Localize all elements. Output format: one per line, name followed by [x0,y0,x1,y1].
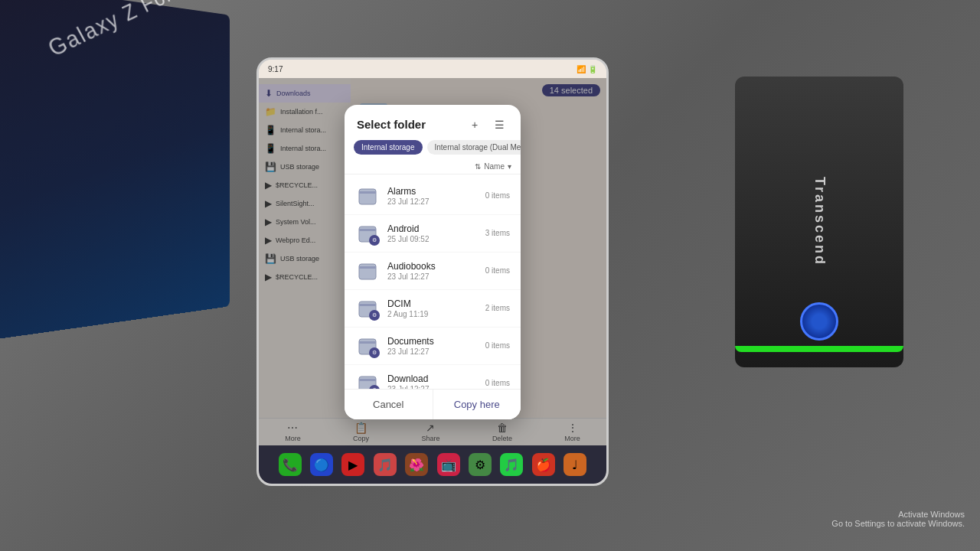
folder-icon-audiobooks [355,259,380,283]
nav-app-music[interactable]: ♩ [564,453,586,476]
modal-title: Select folder [357,118,426,131]
folder-info-audiobooks: Audiobooks 23 Jul 12:27 [387,261,478,281]
svg-rect-0 [359,191,376,194]
sort-label: Name [484,162,505,171]
folder-name-documents: Documents [387,336,478,347]
folder-info-alarms: Alarms 23 Jul 12:27 [387,186,478,206]
hdd-brand-text: Transcend [812,177,828,266]
dcim-badge: ⚙ [369,310,380,321]
select-folder-modal: Select folder + ☰ Internal storage Inter… [345,105,521,419]
list-item[interactable]: ⚙ Documents 23 Jul 12:27 0 items [345,328,521,365]
folder-count-dcim: 2 items [485,304,510,312]
nav-app-settings[interactable]: ⚙ [469,453,492,476]
tablet-nav-bar: 📞 🔵 ▶ 🎵 🌺 📺 ⚙ 🎵 🍎 ♩ [259,445,606,484]
modal-actions: Cancel Copy here [345,389,521,419]
folder-count-android: 3 items [485,229,510,237]
nav-app-youtube[interactable]: ▶ [341,453,364,476]
list-item[interactable]: ⚙ DCIM 2 Aug 11:19 2 items [345,290,521,328]
folder-count-audiobooks: 0 items [485,266,510,275]
list-item[interactable]: Alarms 23 Jul 12:27 0 items [345,178,521,215]
svg-rect-1 [359,229,376,231]
folder-info-android: Android 25 Jul 09:52 [387,223,478,243]
folder-icon-documents: ⚙ [355,334,380,358]
folder-count-documents: 0 items [485,341,510,350]
nav-app-phone[interactable]: 📞 [279,453,302,476]
nav-app-spotify[interactable]: 🎵 [500,453,523,476]
tablet-device: 9:17 📶 🔋 ⬇ Downloads 📁 Installation f...… [256,57,609,486]
folder-icon-dcim: ⚙ [355,296,380,321]
folder-name-android: Android [387,223,478,234]
tab-dual-storage[interactable]: Internal storage (Dual Messe... [427,140,521,155]
list-item[interactable]: Audiobooks 23 Jul 12:27 0 items [345,253,521,290]
status-bar: 9:17 📶 🔋 [259,60,606,78]
nav-app-red3[interactable]: 🍎 [532,453,555,476]
svg-rect-5 [359,379,376,381]
activate-line2: Go to Settings to activate Windows. [831,519,965,528]
sort-chevron: ▾ [508,162,511,171]
folder-list: Alarms 23 Jul 12:27 0 items ⚙ [345,174,521,389]
folder-date-alarms: 23 Jul 12:27 [387,197,478,206]
hdd-strip [735,346,903,352]
nav-app-red1[interactable]: 🎵 [374,453,397,476]
sort-bar: ⇅ Name ▾ [345,161,521,174]
folder-name-audiobooks: Audiobooks [387,261,478,272]
storage-tabs: Internal storage Internal storage (Dual … [345,140,521,161]
folder-info-download: Download 23 Jul 12:27 [387,373,478,389]
svg-rect-2 [359,266,376,269]
svg-rect-4 [359,341,376,344]
menu-button[interactable]: ☰ [490,116,508,134]
windows-activation: Activate Windows Go to Settings to activ… [831,510,965,528]
activate-line1: Activate Windows [831,510,965,519]
folder-info-dcim: DCIM 2 Aug 11:19 [387,298,478,318]
list-item[interactable]: ⚙ Download 23 Jul 12:27 0 items [345,365,521,389]
folder-date-download: 23 Jul 12:27 [387,385,478,389]
folder-date-documents: 23 Jul 12:27 [387,347,478,356]
box-brand-text: Galaxy Z Fold6 [44,0,195,62]
folder-info-documents: Documents 23 Jul 12:27 [387,336,478,356]
product-box: Galaxy Z Fold6 [0,0,230,340]
modal-overlay: Select folder + ☰ Internal storage Inter… [259,78,606,445]
folder-icon-android: ⚙ [355,221,380,246]
status-icons: 📶 🔋 [577,65,597,73]
folder-name-alarms: Alarms [387,186,478,197]
add-folder-button[interactable]: + [466,116,484,134]
folder-name-download: Download [387,373,478,384]
folder-icon-download: ⚙ [355,371,380,389]
status-time: 9:17 [268,65,283,73]
modal-header-icons: + ☰ [466,116,508,134]
hdd-button [800,302,838,341]
folder-name-dcim: DCIM [387,298,478,309]
folder-date-android: 25 Jul 09:52 [387,235,478,243]
android-badge: ⚙ [369,235,380,246]
external-hdd: Transcend [735,77,903,367]
folder-icon-alarms [355,184,380,208]
svg-rect-3 [359,304,376,306]
modal-header: Select folder + ☰ [345,105,521,140]
nav-app-red2[interactable]: 📺 [437,453,460,476]
documents-badge: ⚙ [369,347,380,358]
nav-app-blue[interactable]: 🔵 [310,453,333,476]
folder-count-alarms: 0 items [485,191,510,200]
folder-date-audiobooks: 23 Jul 12:27 [387,272,478,281]
list-item[interactable]: ⚙ Android 25 Jul 09:52 3 items [345,215,521,253]
copy-here-button[interactable]: Copy here [433,390,521,419]
nav-app-brown[interactable]: 🌺 [405,453,428,476]
sort-icon: ⇅ [475,162,481,171]
cancel-button[interactable]: Cancel [345,390,433,419]
folder-count-download: 0 items [485,379,510,387]
folder-date-dcim: 2 Aug 11:19 [387,310,478,318]
tab-internal-storage[interactable]: Internal storage [354,140,423,155]
